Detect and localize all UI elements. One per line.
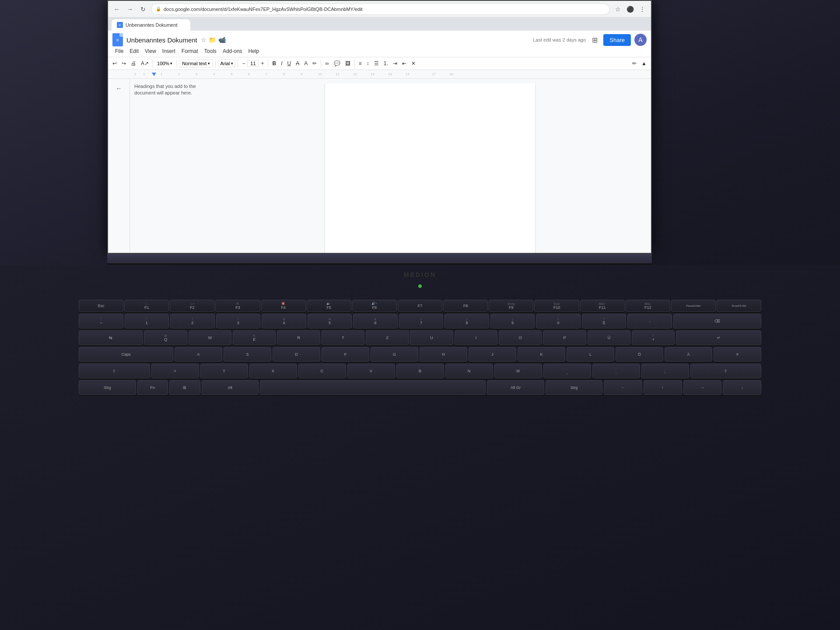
phys-key-ps[interactable]: S (224, 347, 271, 362)
phys-key-pc[interactable]: C (298, 364, 346, 378)
phys-key-lctrl[interactable]: Strg (79, 380, 136, 395)
phys-key-pause[interactable]: Pause/Untbr (671, 300, 716, 312)
phys-key-4[interactable]: $4 (262, 314, 306, 329)
phys-key-arr-left[interactable]: ← (604, 380, 642, 395)
menu-tools[interactable]: Tools (202, 47, 219, 55)
phys-key-pn[interactable]: N (445, 364, 493, 378)
caret-button[interactable]: ▲ (640, 59, 648, 68)
font-size-increase[interactable]: + (259, 59, 266, 68)
font-selector[interactable]: Arial ▾ (218, 60, 235, 67)
phys-key-alt[interactable]: Alt (202, 380, 259, 395)
phys-key-2[interactable]: ²2 (170, 314, 215, 329)
phys-key-f1[interactable]: ☼-F1 (124, 300, 169, 312)
share-button[interactable]: Share (603, 34, 631, 46)
menu-insert[interactable]: Insert (160, 47, 178, 55)
undo-button[interactable]: ↩ (111, 59, 119, 68)
link-button[interactable]: ∞ (323, 59, 331, 68)
ordered-list-button[interactable]: 1. (382, 59, 390, 68)
phys-key-8[interactable]: (8 (444, 314, 489, 329)
phys-key-f5[interactable]: 🔉-F5 (307, 300, 351, 312)
font-size-decrease[interactable]: − (240, 59, 247, 68)
bookmark-button[interactable]: ☆ (612, 4, 623, 14)
phys-key-arr-right[interactable]: → (683, 380, 722, 395)
forward-button[interactable]: → (125, 4, 135, 14)
phys-key-pj[interactable]: J (469, 347, 516, 362)
print-button[interactable]: 🖨 (129, 59, 138, 68)
indent-button[interactable]: ⇥ (391, 59, 399, 68)
sidebar-back-button[interactable]: ← (114, 83, 124, 94)
document-page[interactable] (325, 83, 535, 254)
outdent-button[interactable]: ⇤ (400, 59, 408, 68)
phys-key-pb[interactable]: B (396, 364, 444, 378)
phys-key-f4[interactable]: 🔇F4 (261, 300, 306, 312)
phys-key-pg[interactable]: G (371, 347, 418, 362)
phys-key-f6[interactable]: 🔊+F6 (352, 300, 397, 312)
phys-key-f11[interactable]: Bild↑F11 (580, 300, 625, 312)
underline-button[interactable]: U (285, 59, 293, 68)
phys-key-plus[interactable]: *+ (632, 330, 675, 345)
text-color-button[interactable]: A (302, 59, 309, 68)
menu-file[interactable]: File (112, 47, 126, 55)
phys-key-arr-down[interactable]: ↓ (723, 380, 761, 395)
phys-key-pl[interactable]: L (567, 347, 614, 362)
account-button[interactable]: A (634, 34, 647, 46)
menu-help[interactable]: Help (246, 47, 262, 55)
line-spacing-button[interactable]: ↕ (365, 59, 371, 68)
clear-format-button[interactable]: ✕ (410, 59, 417, 68)
phys-key-backspace[interactable]: ⌫ (673, 314, 761, 329)
phys-key-pue[interactable]: Ü (588, 330, 630, 345)
phys-key-3[interactable]: ³3 (216, 314, 261, 329)
phys-key-pae[interactable]: Ä (665, 347, 712, 362)
menu-view[interactable]: View (142, 47, 159, 55)
font-size-input[interactable] (247, 60, 259, 67)
phys-key-1[interactable]: "1 (125, 314, 169, 329)
profile-button[interactable]: ⚫ (625, 4, 635, 14)
edit-mode-button[interactable]: ✏ (630, 59, 638, 68)
phys-key-pm[interactable]: M (494, 364, 542, 378)
phys-key-5[interactable]: %5 (308, 314, 352, 329)
doc-content[interactable] (209, 79, 651, 254)
redo-button[interactable]: ↪ (120, 59, 128, 68)
phys-key-0[interactable]: =0 (536, 314, 581, 329)
phys-key-enter[interactable]: ↵ (676, 330, 761, 345)
phys-key-pk[interactable]: K (518, 347, 565, 362)
phys-key-esc[interactable]: Esc (79, 300, 123, 312)
phys-key-pr[interactable]: R (277, 330, 320, 345)
phys-key-6[interactable]: &6 (353, 314, 398, 329)
phys-key-lt[interactable]: < (151, 364, 199, 378)
phys-key-pf[interactable]: F (322, 347, 369, 362)
phys-key-ph[interactable]: H (420, 347, 467, 362)
phys-key-py[interactable]: Y (200, 364, 248, 378)
phys-key-f12[interactable]: Bild↓F12 (626, 300, 670, 312)
phys-key-tab[interactable]: ↹ (79, 330, 143, 345)
address-bar[interactable]: 🔒 docs.google.com/document/d/1xfeKwauNFe… (151, 4, 610, 15)
phys-key-arr-up[interactable]: ↑ (644, 380, 682, 395)
phys-key-rctrl[interactable]: Strg (546, 380, 603, 395)
list-button[interactable]: ☰ (372, 59, 381, 68)
star-icon[interactable]: ☆ (201, 36, 206, 43)
menu-format[interactable]: Format (179, 47, 201, 55)
phys-key-f8[interactable]: F8 (443, 300, 488, 312)
phys-key-deg[interactable]: °~ (79, 314, 123, 329)
phys-key-poe[interactable]: Ö (616, 347, 663, 362)
phys-key-accent[interactable]: `´ (627, 314, 672, 329)
phys-key-lshift[interactable]: ⇧ (79, 364, 150, 378)
phys-key-comma[interactable]: ;, (543, 364, 591, 378)
bold-button[interactable]: B (270, 59, 278, 68)
back-button[interactable]: ← (112, 4, 122, 14)
phys-key-space[interactable] (260, 380, 486, 395)
phys-key-7[interactable]: /7 (399, 314, 444, 329)
comment-button[interactable]: 💬 (332, 59, 342, 68)
phys-key-pz[interactable]: Z (366, 330, 409, 345)
phys-key-pi[interactable]: I (455, 330, 497, 345)
highlight-button[interactable]: ✏ (311, 59, 318, 68)
phys-key-pe[interactable]: €E (233, 330, 276, 345)
phys-key-px[interactable]: X (249, 364, 297, 378)
style-selector[interactable]: Normal text ▾ (179, 60, 213, 67)
refresh-button[interactable]: ↻ (138, 4, 148, 14)
phys-key-f3[interactable]: ⊞F3 (215, 300, 260, 312)
menu-edit[interactable]: Edit (127, 47, 141, 55)
phys-key-f2[interactable]: ☼+F2 (170, 300, 214, 312)
phys-key-fn[interactable]: Fn (137, 380, 168, 395)
align-button[interactable]: ≡ (357, 59, 364, 68)
